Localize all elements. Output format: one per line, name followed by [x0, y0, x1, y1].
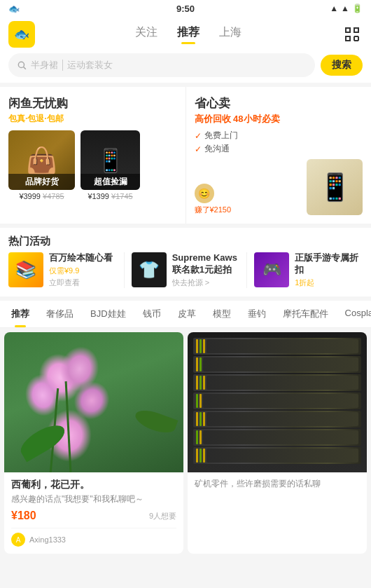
cat-tab-coins[interactable]: 钱币: [134, 301, 169, 327]
product-wants-1: 9人想要: [149, 511, 176, 521]
scan-icon[interactable]: [342, 24, 363, 45]
product-title-1: 西葡利，花已开。: [11, 478, 176, 492]
banner-label-2: 超值捡漏: [80, 174, 140, 190]
product-grid: 西葡利，花已开。 感兴趣的话点"我想要"和我私聊吧～ ¥180 9人想要 A A…: [0, 328, 371, 558]
product-card-body-1: 西葡利，花已开。 感兴趣的话点"我想要"和我私聊吧～ ¥180 9人想要 A A…: [4, 472, 183, 554]
gpu-row-1: [193, 338, 361, 355]
app-logo-small: 🐟: [8, 4, 20, 14]
activity-item-1[interactable]: 📚 百万绘本随心看 仅需¥9.9 立即查看: [8, 252, 125, 288]
cat-tab-cosplay[interactable]: Cosplay: [337, 301, 371, 327]
category-tabs: 推荐 奢侈品 BJD娃娃 钱币 皮草 模型 垂钓 摩托车配件 Cosplay: [0, 301, 371, 328]
seller-info: 😊 赚了¥2150: [195, 184, 232, 215]
section-title-hot: 热门活动: [0, 228, 371, 252]
cat-tab-fur[interactable]: 皮草: [169, 301, 204, 327]
activity-info-1: 百万绘本随心看 仅需¥9.9 立即查看: [49, 252, 117, 288]
activity-info-3: 正版手游专属折扣 1折起: [295, 252, 363, 288]
product-seller-1: A Axing1333: [11, 528, 176, 547]
banner-area: 闲鱼无忧购 包真·包退·包邮 👜 品牌好货 ¥3999 ¥4785 📱 超值捡漏: [0, 87, 371, 224]
gpu-row-5: [193, 411, 361, 428]
phone-image: 📱: [307, 159, 363, 215]
tab-follow[interactable]: 关注: [135, 25, 158, 44]
signal-icon: ▲: [341, 4, 349, 13]
search-bar: 半身裙 运动套装女 搜索: [0, 48, 371, 83]
product-price-row-1: ¥180 9人想要: [11, 510, 176, 522]
product-card-body-2: 矿机零件，些许磨损需要的话私聊: [188, 472, 367, 497]
seller-avatar: 😊: [195, 184, 214, 203]
svg-rect-3: [354, 28, 358, 32]
activity-sub-1: 仅需¥9.9: [49, 266, 117, 276]
product-image-2: [188, 332, 367, 472]
product-desc-2: 矿机零件，些许磨损需要的话私聊: [195, 478, 360, 490]
nav-tabs: 关注 推荐 上海: [41, 25, 336, 44]
search-button[interactable]: 搜索: [321, 55, 363, 76]
gpu-row-2: [193, 356, 361, 373]
activity-item-3[interactable]: 🎮 正版手游专属折扣 1折起: [254, 252, 363, 288]
search-placeholder2: 运动套装女: [67, 59, 113, 71]
cat-tab-bjd[interactable]: BJD娃娃: [82, 301, 134, 327]
check-item-2: 免沟通: [195, 143, 363, 155]
product-desc-1: 感兴趣的话点"我想要"和我私聊吧～: [11, 493, 176, 505]
cat-tab-model[interactable]: 模型: [204, 301, 239, 327]
hot-activities-section: 热门活动 📚 百万绘本随心看 仅需¥9.9 立即查看 👕 Supreme Kaw…: [0, 228, 371, 296]
gpu-row-6: [193, 429, 361, 446]
seller-avatar-1: A: [11, 533, 25, 547]
activity-item-2[interactable]: 👕 Supreme Kaws联名款1元起拍 快去抢源 >: [132, 252, 248, 288]
cat-tab-fishing[interactable]: 垂钓: [239, 301, 274, 327]
svg-rect-4: [346, 36, 350, 41]
cat-tab-luxury[interactable]: 奢侈品: [38, 301, 82, 327]
activity-name-3: 正版手游专属折扣: [295, 252, 363, 276]
product-price-1: ¥180: [11, 510, 36, 522]
banner-price-2: ¥1399 ¥1745: [80, 192, 140, 200]
banner-right-bottom: 😊 赚了¥2150 📱: [195, 159, 363, 215]
search-placeholder1: 半身裙: [31, 59, 58, 71]
banner-label-1: 品牌好货: [8, 174, 75, 190]
banner-right-title: 省心卖: [195, 95, 363, 111]
banner-item-2[interactable]: 📱 超值捡漏 ¥1399 ¥1745: [80, 130, 140, 200]
tab-shanghai[interactable]: 上海: [219, 25, 241, 44]
banner-right-subtitle: 高价回收 48小时必卖: [195, 113, 363, 125]
tab-recommend[interactable]: 推荐: [177, 25, 200, 44]
status-time: 9:50: [176, 4, 195, 14]
hot-activities-list: 📚 百万绘本随心看 仅需¥9.9 立即查看 👕 Supreme Kaws联名款1…: [0, 252, 371, 296]
earned-text: 赚了¥2150: [195, 205, 232, 215]
search-icon: [17, 60, 27, 70]
banner-left-title: 闲鱼无忧购: [8, 95, 177, 111]
search-divider: [62, 60, 63, 71]
banner-item-1[interactable]: 👜 品牌好货 ¥3999 ¥4785: [8, 130, 75, 200]
banner-img-2: 📱 超值捡漏: [80, 130, 140, 190]
svg-line-10: [24, 67, 26, 69]
cat-tab-recommend[interactable]: 推荐: [3, 301, 38, 327]
header: 🐟 关注 推荐 上海: [0, 17, 371, 48]
product-image-1: [4, 332, 183, 472]
gpu-row-3: [193, 374, 361, 391]
banner-right: 省心卖 高价回收 48小时必卖 免费上门 免沟通 😊 赚了¥2150 📱: [186, 87, 372, 224]
search-input-wrap[interactable]: 半身裙 运动套装女: [8, 53, 315, 77]
svg-text:🐟: 🐟: [14, 27, 30, 42]
status-bar: 🐟 9:50 ▲ ▲ 🔋: [0, 0, 371, 17]
check-item-1: 免费上门: [195, 130, 363, 142]
svg-point-9: [18, 62, 24, 67]
cat-tab-motorcycle[interactable]: 摩托车配件: [274, 301, 337, 327]
banner-left-subtitle: 包真·包退·包邮: [8, 113, 177, 125]
wifi-icon: ▲: [330, 4, 338, 13]
activity-img-1: 📚: [8, 252, 43, 287]
product-card-1[interactable]: 西葡利，花已开。 感兴趣的话点"我想要"和我私聊吧～ ¥180 9人想要 A A…: [4, 332, 183, 554]
activity-link-2: 快去抢源 >: [172, 278, 240, 288]
banner-left: 闲鱼无忧购 包真·包退·包邮 👜 品牌好货 ¥3999 ¥4785 📱 超值捡漏: [0, 87, 186, 224]
activity-name-1: 百万绘本随心看: [49, 252, 117, 264]
product-card-2[interactable]: 矿机零件，些许磨损需要的话私聊: [188, 332, 367, 554]
banner-price-1: ¥3999 ¥4785: [8, 192, 75, 200]
battery-icon: 🔋: [352, 4, 363, 13]
activity-link-1: 立即查看: [49, 278, 117, 288]
svg-rect-2: [346, 28, 350, 32]
status-right: ▲ ▲ 🔋: [330, 4, 363, 13]
status-left: 🐟: [8, 4, 20, 14]
banner-images: 👜 品牌好货 ¥3999 ¥4785 📱 超值捡漏 ¥1399 ¥1745: [8, 130, 177, 200]
app-logo[interactable]: 🐟: [8, 21, 35, 48]
activity-name-2: Supreme Kaws联名款1元起拍: [172, 252, 240, 276]
activity-img-2: 👕: [132, 252, 167, 287]
gpu-row-4: [193, 392, 361, 409]
activity-info-2: Supreme Kaws联名款1元起拍 快去抢源 >: [172, 252, 240, 288]
activity-img-3: 🎮: [254, 252, 289, 287]
banner-img-1: 👜 品牌好货: [8, 130, 75, 190]
